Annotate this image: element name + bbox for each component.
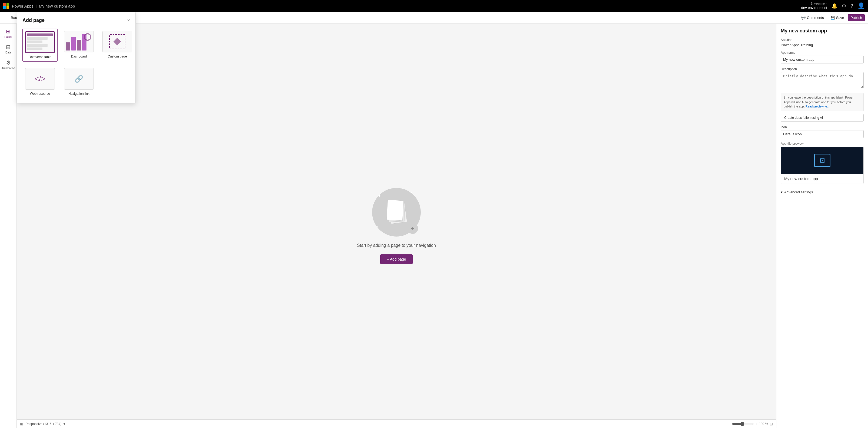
zoom-in-icon[interactable]: + (755, 422, 757, 426)
sparkle-4: ✦ (416, 199, 418, 202)
canvas-empty-text: Start by adding a page to your navigatio… (357, 243, 436, 248)
tile-card: ⊡ My new custom app (781, 146, 864, 184)
icon-field: Icon (781, 125, 864, 138)
create-description-ai-button[interactable]: Create description using AI (781, 114, 864, 122)
app-name-input[interactable] (781, 56, 864, 63)
app-name-field: App name (781, 51, 864, 63)
page-type-dashboard[interactable]: Dashboard (62, 29, 96, 62)
publish-label: Publish (850, 16, 862, 20)
app-tile-preview-section: App tile preview ⊡ My new custom app (781, 142, 864, 184)
save-label: Save (836, 16, 844, 20)
modal-overlay: Add page × (17, 24, 136, 103)
comments-icon: 💬 (801, 16, 806, 20)
tile-icon: ⊡ (814, 154, 831, 167)
ai-info-link[interactable]: Read preview te... (806, 105, 830, 108)
publish-button[interactable]: Publish (848, 14, 865, 21)
content-area: Add page × (17, 24, 868, 428)
nav-link-label: Navigation link (68, 92, 89, 96)
power-apps-label: Power Apps (12, 4, 33, 8)
nav-link-icon: 🔗 (74, 75, 83, 83)
microsoft-logo (3, 3, 9, 9)
fit-icon[interactable]: ⊡ (770, 422, 773, 426)
tile-footer: My new custom app (781, 174, 863, 184)
advanced-settings-label: Advanced settings (784, 190, 813, 194)
page-layer-3 (386, 200, 404, 221)
sparkle-1: ✦ (377, 193, 381, 198)
environment-info: Environment dev environment (801, 2, 827, 10)
custom-inner (109, 34, 125, 49)
save-button[interactable]: 💾 Save (828, 14, 847, 21)
sidebar-pages-label: Pages (4, 35, 12, 38)
canvas-add-page-label: + Add page (387, 257, 406, 261)
right-panel: My new custom app Solution Power Apps Tr… (776, 24, 868, 428)
web-resource-thumb: </> (25, 68, 55, 90)
advanced-settings-toggle[interactable]: ▾ Advanced settings (781, 188, 864, 196)
solution-value: Power Apps Training (781, 43, 864, 47)
dashboard-label: Dashboard (71, 55, 87, 58)
page-type-web-resource[interactable]: </> Web resource (23, 66, 58, 98)
top-navigation: Power Apps | My new custom app Environme… (0, 0, 868, 12)
web-resource-icon: </> (35, 74, 45, 83)
page-stack (384, 200, 409, 224)
sidebar-data-label: Data (5, 51, 11, 54)
app-name-label: App name (781, 51, 864, 55)
chevron-down-icon[interactable]: ▾ (63, 422, 65, 426)
sparkle-2: ✦ (410, 191, 413, 194)
responsive-icon: ⊞ (20, 422, 23, 426)
icon-label: Icon (781, 125, 864, 129)
doc-title: My new custom app (39, 4, 75, 8)
sidebar-automation-label: Automation (1, 67, 15, 70)
help-icon[interactable]: ? (850, 3, 853, 9)
sidebar-item-pages[interactable]: ⊞ Pages (1, 26, 16, 40)
zoom-controls: − + 100 % ⊡ (728, 422, 773, 426)
description-textarea[interactable] (781, 72, 864, 88)
dataverse-thumb (25, 31, 55, 53)
avatar-icon[interactable]: 👤 (858, 2, 865, 9)
tile-app-name: My new custom app (784, 176, 818, 181)
data-icon: ⊟ (6, 44, 10, 50)
description-label: Description (781, 67, 864, 71)
dashboard-thumb (64, 31, 94, 53)
page-type-nav-link[interactable]: 🔗 Navigation link (62, 66, 96, 98)
zoom-slider[interactable] (732, 422, 754, 426)
main-layout: ⊞ Pages ⊟ Data ⚙ Automation Add page × (0, 24, 868, 428)
sidebar-item-automation[interactable]: ⚙ Automation (1, 57, 16, 72)
status-bar: ⊞ Responsive (1316 x 784) ▾ − + 100 % ⊡ (17, 419, 776, 428)
pages-icon: ⊞ (6, 28, 10, 35)
ai-info-box: ℹ If you leave the description of this a… (781, 93, 864, 111)
notification-icon[interactable]: 🔔 (832, 3, 837, 9)
icon-input[interactable] (781, 130, 864, 138)
sidebar-item-data[interactable]: ⊟ Data (1, 41, 16, 56)
page-type-grid: Dataverse table (23, 29, 130, 98)
right-panel-title: My new custom app (781, 28, 864, 34)
add-circle: + (407, 223, 418, 234)
app-title: Power Apps | My new custom app (12, 4, 75, 8)
env-name: dev environment (801, 6, 827, 10)
page-icon-wrapper: + ✦ ✦ ✦ ✦ (372, 188, 421, 236)
custom-label: Custom page (107, 55, 127, 58)
sparkle-3: ✦ (376, 226, 378, 228)
page-type-dataverse[interactable]: Dataverse table (23, 29, 58, 62)
canvas-add-page-button[interactable]: + Add page (380, 254, 412, 264)
zoom-level: 100 % (759, 422, 768, 426)
separator: | (36, 4, 37, 8)
env-label: Environment (801, 2, 827, 5)
page-type-custom[interactable]: Custom page (100, 29, 134, 62)
dataverse-label: Dataverse table (29, 55, 51, 59)
web-resource-label: Web resource (30, 92, 50, 96)
left-sidebar: ⊞ Pages ⊟ Data ⚙ Automation (0, 24, 17, 428)
comments-button[interactable]: 💬 Comments (799, 14, 827, 21)
tile-header: ⊡ (781, 147, 863, 174)
solution-field: Solution Power Apps Training (781, 38, 864, 47)
back-icon: ← (6, 16, 9, 20)
comments-label: Comments (807, 16, 824, 20)
nav-link-thumb: 🔗 (64, 68, 94, 90)
responsive-label: Responsive (1316 x 784) (25, 422, 61, 426)
info-icon: ℹ (784, 96, 785, 99)
zoom-out-icon[interactable]: − (728, 422, 731, 426)
description-field: Description (781, 67, 864, 89)
custom-thumb (102, 31, 132, 53)
settings-icon[interactable]: ⚙ (842, 3, 846, 9)
add-page-modal: Add page × (17, 24, 136, 103)
solution-label: Solution (781, 38, 864, 42)
